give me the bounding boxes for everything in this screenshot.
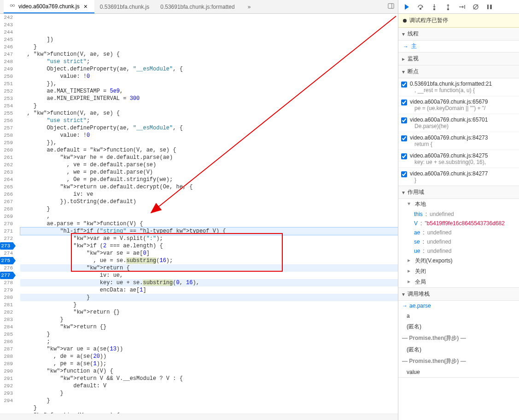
line-number[interactable]: 275	[0, 257, 13, 264]
code-line[interactable]: "kw">return {	[20, 264, 398, 272]
step-button[interactable]	[456, 1, 467, 12]
code-content[interactable]: ]) } , "kw">function(V, ae, se) { "use s…	[16, 14, 398, 414]
tab-2[interactable]: 0.53691bfa.chunk.js:formatted	[155, 0, 240, 13]
code-line[interactable]: , de = a(se(20))	[20, 353, 398, 360]
scope-variable[interactable]: ae: undefined	[398, 228, 519, 237]
line-number[interactable]: 292	[0, 382, 13, 390]
line-number[interactable]: 263	[0, 169, 13, 176]
code-line[interactable]: , Oe = pe.default.stringify(we);	[20, 176, 398, 183]
scope-closure[interactable]: ▸关闭(V.exports)	[398, 256, 519, 266]
line-number[interactable]: 250	[0, 73, 13, 80]
line-number[interactable]: 272	[0, 235, 13, 242]
code-line[interactable]: "kw">return V && V.__esModule ? V : {	[20, 375, 398, 382]
line-number[interactable]: 290	[0, 368, 13, 375]
code-line[interactable]: "kw">var he = de.default.parse(ae)	[20, 154, 398, 161]
line-number[interactable]: 248	[0, 58, 13, 65]
scope-closure[interactable]: ▸全局	[398, 277, 519, 287]
line-number[interactable]: 289	[0, 360, 13, 368]
line-number[interactable]: 277	[0, 272, 13, 279]
code-line[interactable]: "kw">var ue = a(se(13))	[20, 345, 398, 353]
scope-variable[interactable]: V: "b5419ff9fe16c8645543736d682	[398, 219, 519, 228]
breakpoint-checkbox[interactable]	[401, 171, 407, 177]
line-number[interactable]: 287	[0, 345, 13, 353]
code-line[interactable]: ;	[20, 338, 398, 345]
line-number[interactable]: 247	[0, 51, 13, 58]
horizontal-scrollbar[interactable]	[0, 414, 398, 420]
line-number[interactable]: 259	[0, 139, 13, 146]
breakpoint-checkbox[interactable]	[401, 99, 407, 105]
breakpoint-checkbox[interactable]	[401, 135, 407, 141]
callstack-frame[interactable]: →ae.parse	[398, 301, 519, 311]
code-line[interactable]: }	[20, 316, 398, 323]
code-line[interactable]: ,	[20, 213, 398, 220]
line-number[interactable]: 262	[0, 161, 13, 169]
breakpoint-checkbox[interactable]	[401, 153, 407, 159]
code-line[interactable]: }	[20, 205, 398, 213]
code-line[interactable]: "kw">return ue.default.decrypt(Oe, he, {	[20, 183, 398, 191]
step-out-button[interactable]	[443, 1, 454, 12]
code-line[interactable]: }),	[20, 80, 398, 88]
code-line[interactable]: }	[20, 43, 398, 51]
line-number[interactable]: 260	[0, 146, 13, 154]
resume-button[interactable]	[401, 1, 412, 12]
code-line[interactable]: Object.defineProperty(ae, "__esModule", …	[20, 65, 398, 73]
thread-main[interactable]: →主	[398, 41, 519, 52]
code-line[interactable]: "kw">if (2 === ae.length) {	[20, 242, 398, 250]
breakpoint-item[interactable]: video.a600a769.chunk.js:65679pe = (ue.ke…	[398, 96, 519, 114]
code-line[interactable]: , "kw">function(V, ae, se) {	[20, 51, 398, 58]
callstack-frame[interactable]: (匿名)	[398, 344, 519, 356]
code-line[interactable]: iv: ve	[20, 191, 398, 198]
scope-variable[interactable]: se: undefined	[398, 237, 519, 246]
scope-variable[interactable]: ue: undefined	[398, 246, 519, 256]
step-into-button[interactable]	[429, 1, 440, 12]
code-line[interactable]: "use strict";	[20, 58, 398, 65]
line-number[interactable]: 251	[0, 80, 13, 88]
line-number[interactable]: 245	[0, 36, 13, 43]
toggle-sidebar-icon[interactable]	[388, 3, 394, 11]
code-line[interactable]: , ve = de.default.parse(se)	[20, 161, 398, 169]
line-number[interactable]: 286	[0, 338, 13, 345]
line-number[interactable]: 258	[0, 132, 13, 139]
code-line[interactable]: , ue = se.substring(16);	[20, 257, 398, 264]
callstack-frame[interactable]: a	[398, 311, 519, 321]
line-number[interactable]: 269	[0, 213, 13, 220]
line-number[interactable]: 278	[0, 279, 13, 286]
code-line[interactable]: "kw">function a(V) {	[20, 368, 398, 375]
line-number[interactable]: 261	[0, 154, 13, 161]
code-line[interactable]: "kw">return {}	[20, 309, 398, 316]
code-line[interactable]: ae.parse = "kw">function(V) {	[20, 220, 398, 228]
line-number[interactable]: 271	[0, 228, 13, 235]
line-number[interactable]: 255	[0, 110, 13, 117]
close-icon[interactable]: ×	[82, 3, 89, 10]
tab-1[interactable]: 0.53691bfa.chunk.js	[94, 0, 155, 13]
code-line[interactable]: ae.MAX_TIMESTAMP = 5e9,	[20, 88, 398, 95]
line-number[interactable]: 279	[0, 286, 13, 294]
section-breakpoints-header[interactable]: 断点	[398, 65, 519, 78]
breakpoint-item[interactable]: 0.53691bfa.chunk.js:formatted:21, __rest…	[398, 78, 519, 96]
callstack-frame[interactable]: (匿名)	[398, 321, 519, 332]
code-line[interactable]: key: ue + se.substring(0, 16),	[20, 279, 398, 286]
code-line[interactable]: , we = pe.default.parse(V)	[20, 169, 398, 176]
line-number[interactable]: 244	[0, 29, 13, 36]
line-number[interactable]: 283	[0, 316, 13, 323]
code-line[interactable]: }	[20, 301, 398, 309]
line-number[interactable]: 280	[0, 294, 13, 301]
line-number[interactable]: 246	[0, 43, 13, 51]
code-line[interactable]: , "kw">function(V, ae, se) {	[20, 412, 398, 414]
line-number[interactable]: 285	[0, 331, 13, 338]
breakpoint-item[interactable]: video.a600a769.chunk.js:84273return {	[398, 132, 519, 150]
code-line[interactable]: "use strict";	[20, 117, 398, 124]
section-threads-header[interactable]: 线程	[398, 28, 519, 41]
line-number[interactable]: 267	[0, 198, 13, 205]
breakpoint-checkbox[interactable]	[401, 117, 407, 123]
line-number[interactable]: 293	[0, 390, 13, 397]
line-number[interactable]: 291	[0, 375, 13, 382]
line-number[interactable]: 284	[0, 323, 13, 331]
code-line[interactable]: }	[20, 404, 398, 412]
line-number[interactable]: 282	[0, 309, 13, 316]
code-line[interactable]: }	[20, 102, 398, 110]
breakpoint-item[interactable]: video.a600a769.chunk.js:84275key: ue + s…	[398, 150, 519, 168]
code-line[interactable]: }).toString(de.default)	[20, 198, 398, 205]
code-line[interactable]: Object.defineProperty(ae, "__esModule", …	[20, 124, 398, 132]
code-editor[interactable]: 2422432442452462472482492502512522532542…	[0, 14, 398, 414]
